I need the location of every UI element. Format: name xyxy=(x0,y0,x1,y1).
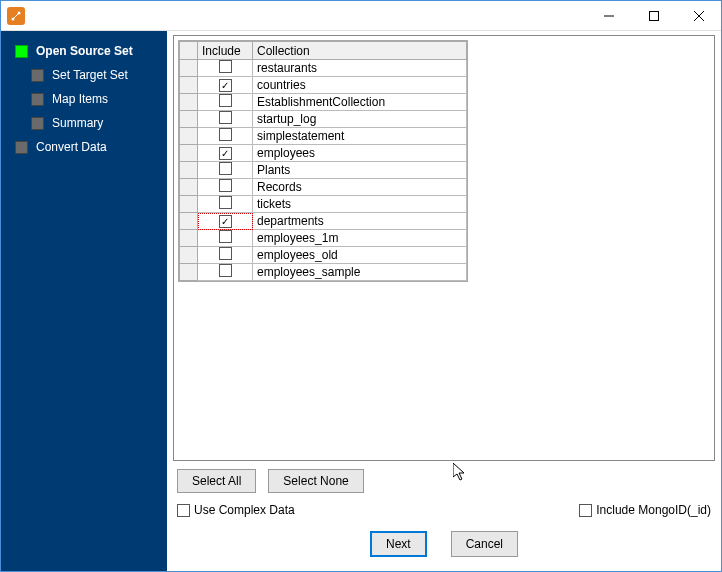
include-checkbox[interactable] xyxy=(219,94,232,107)
titlebar-controls xyxy=(586,1,721,30)
include-cell[interactable]: ✓ xyxy=(198,213,253,230)
column-header-collection[interactable]: Collection xyxy=(253,42,467,60)
table-row: ✓employees xyxy=(180,145,467,162)
collection-cell[interactable]: startup_log xyxy=(253,111,467,128)
nav-item-convert-data[interactable]: Convert Data xyxy=(1,135,167,159)
nav-item-label: Open Source Set xyxy=(36,44,133,58)
include-cell[interactable] xyxy=(198,179,253,196)
include-cell[interactable] xyxy=(198,230,253,247)
include-checkbox[interactable] xyxy=(219,264,232,277)
close-button[interactable] xyxy=(676,1,721,30)
collection-cell[interactable]: restaurants xyxy=(253,60,467,77)
include-cell[interactable] xyxy=(198,111,253,128)
include-mongoid-checkbox[interactable] xyxy=(579,504,592,517)
table-row: startup_log xyxy=(180,111,467,128)
collections-table: Include Collection restaurants✓countries… xyxy=(179,41,467,281)
nav-item-open-source-set[interactable]: Open Source Set xyxy=(1,39,167,63)
include-checkbox[interactable] xyxy=(219,128,232,141)
include-cell[interactable] xyxy=(198,94,253,111)
include-checkbox[interactable]: ✓ xyxy=(219,147,232,160)
collections-table-wrap: Include Collection restaurants✓countries… xyxy=(178,40,468,282)
include-cell[interactable] xyxy=(198,247,253,264)
collection-cell[interactable]: tickets xyxy=(253,196,467,213)
include-checkbox[interactable] xyxy=(219,60,232,73)
include-cell[interactable] xyxy=(198,128,253,145)
include-cell[interactable]: ✓ xyxy=(198,145,253,162)
include-cell[interactable] xyxy=(198,264,253,281)
row-header[interactable] xyxy=(180,230,198,247)
collection-cell[interactable]: departments xyxy=(253,213,467,230)
collection-cell[interactable]: countries xyxy=(253,77,467,94)
collection-cell[interactable]: employees_sample xyxy=(253,264,467,281)
collection-cell[interactable]: EstablishmentCollection xyxy=(253,94,467,111)
column-header-rownum[interactable] xyxy=(180,42,198,60)
body: Open Source SetSet Target SetMap ItemsSu… xyxy=(1,31,721,571)
row-header[interactable] xyxy=(180,264,198,281)
row-header[interactable] xyxy=(180,162,198,179)
nav-step-icon xyxy=(31,117,44,130)
select-all-button[interactable]: Select All xyxy=(177,469,256,493)
titlebar-left xyxy=(7,7,25,25)
use-complex-data-label: Use Complex Data xyxy=(194,503,295,517)
row-header[interactable] xyxy=(180,111,198,128)
include-cell[interactable] xyxy=(198,162,253,179)
nav-item-label: Summary xyxy=(52,116,103,130)
cancel-button[interactable]: Cancel xyxy=(451,531,518,557)
column-header-include[interactable]: Include xyxy=(198,42,253,60)
include-checkbox[interactable] xyxy=(219,179,232,192)
footer-buttons: Next Cancel xyxy=(173,521,715,565)
table-row: ✓departments xyxy=(180,213,467,230)
app-window: Open Source SetSet Target SetMap ItemsSu… xyxy=(0,0,722,572)
nav-item-set-target-set[interactable]: Set Target Set xyxy=(1,63,167,87)
maximize-button[interactable] xyxy=(631,1,676,30)
include-cell[interactable] xyxy=(198,196,253,213)
table-row: ✓countries xyxy=(180,77,467,94)
collection-cell[interactable]: employees xyxy=(253,145,467,162)
table-row: employees_sample xyxy=(180,264,467,281)
table-row: simplestatement xyxy=(180,128,467,145)
row-header[interactable] xyxy=(180,213,198,230)
select-none-button[interactable]: Select None xyxy=(268,469,363,493)
include-checkbox[interactable] xyxy=(219,247,232,260)
collection-cell[interactable]: employees_1m xyxy=(253,230,467,247)
collection-cell[interactable]: Records xyxy=(253,179,467,196)
titlebar xyxy=(1,1,721,31)
table-row: Plants xyxy=(180,162,467,179)
nav-item-summary[interactable]: Summary xyxy=(1,111,167,135)
nav-item-label: Convert Data xyxy=(36,140,107,154)
include-checkbox[interactable] xyxy=(219,196,232,209)
minimize-button[interactable] xyxy=(586,1,631,30)
collection-cell[interactable]: employees_old xyxy=(253,247,467,264)
row-header[interactable] xyxy=(180,145,198,162)
row-header[interactable] xyxy=(180,94,198,111)
table-row: Records xyxy=(180,179,467,196)
include-checkbox[interactable] xyxy=(219,230,232,243)
app-icon xyxy=(7,7,25,25)
table-row: EstablishmentCollection xyxy=(180,94,467,111)
collection-cell[interactable]: Plants xyxy=(253,162,467,179)
next-button[interactable]: Next xyxy=(370,531,427,557)
svg-line-2 xyxy=(13,13,19,19)
use-complex-data-option[interactable]: Use Complex Data xyxy=(177,503,295,517)
collections-panel: Include Collection restaurants✓countries… xyxy=(173,35,715,461)
row-header[interactable] xyxy=(180,247,198,264)
collection-cell[interactable]: simplestatement xyxy=(253,128,467,145)
include-checkbox[interactable] xyxy=(219,162,232,175)
row-header[interactable] xyxy=(180,60,198,77)
row-header[interactable] xyxy=(180,128,198,145)
svg-rect-4 xyxy=(649,11,658,20)
include-cell[interactable] xyxy=(198,60,253,77)
include-cell[interactable]: ✓ xyxy=(198,77,253,94)
nav-item-map-items[interactable]: Map Items xyxy=(1,87,167,111)
use-complex-data-checkbox[interactable] xyxy=(177,504,190,517)
row-header[interactable] xyxy=(180,179,198,196)
row-header[interactable] xyxy=(180,196,198,213)
options-row: Use Complex Data Include MongoID(_id) xyxy=(173,497,715,521)
row-header[interactable] xyxy=(180,77,198,94)
include-mongoid-option[interactable]: Include MongoID(_id) xyxy=(579,503,711,517)
include-checkbox[interactable]: ✓ xyxy=(219,79,232,92)
include-mongoid-label: Include MongoID(_id) xyxy=(596,503,711,517)
select-buttons-row: Select All Select None xyxy=(173,461,715,497)
include-checkbox[interactable] xyxy=(219,111,232,124)
include-checkbox[interactable]: ✓ xyxy=(219,215,232,228)
